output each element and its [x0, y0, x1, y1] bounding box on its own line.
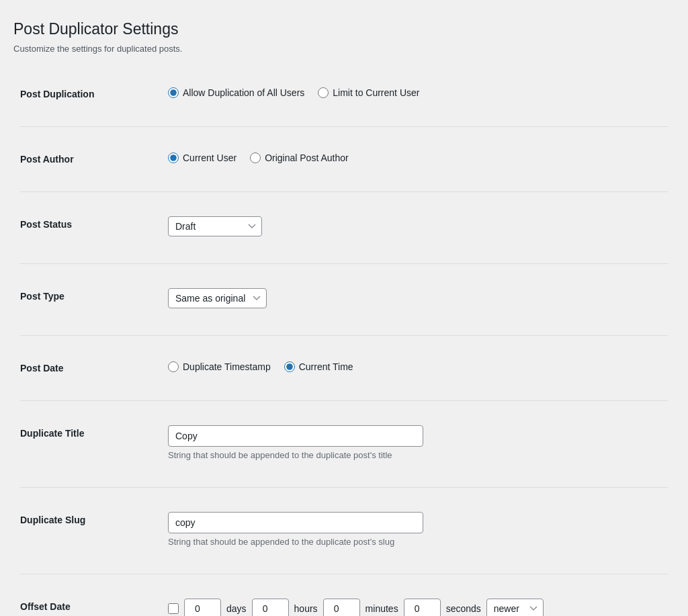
- radio-group-post-author: Current User Original Post Author: [168, 152, 668, 163]
- offset-minutes-label: minutes: [366, 603, 398, 614]
- radio-duplicate-timestamp[interactable]: [168, 361, 179, 372]
- label-post-date: Post Date: [13, 348, 161, 386]
- label-duplicate-title: Duplicate Title: [13, 413, 161, 472]
- duplicate-title-hint: String that should be appended to the du…: [168, 450, 668, 460]
- radio-current-author-label: Current User: [183, 152, 236, 163]
- radio-label-original-author[interactable]: Original Post Author: [250, 152, 349, 163]
- duplicate-slug-input[interactable]: [168, 512, 423, 533]
- offset-days-input[interactable]: [184, 599, 221, 616]
- offset-hours-label: hours: [294, 603, 318, 614]
- radio-all-users[interactable]: [168, 87, 179, 98]
- radio-group-post-date: Duplicate Timestamp Current Time: [168, 361, 668, 372]
- label-post-author: Post Author: [13, 139, 161, 177]
- radio-group-post-duplication: Allow Duplication of All Users Limit to …: [168, 87, 668, 98]
- offset-date-checkbox[interactable]: [168, 603, 179, 614]
- radio-current-time[interactable]: [284, 361, 295, 372]
- row-duplicate-slug: Duplicate Slug String that should be app…: [13, 500, 675, 559]
- label-post-type: Post Type: [13, 276, 161, 320]
- row-offset-date: Offset Date days hours minutes seconds n…: [13, 586, 675, 616]
- row-post-date: Post Date Duplicate Timestamp Current Ti…: [13, 348, 675, 386]
- offset-seconds-input[interactable]: [404, 599, 441, 616]
- radio-original-author[interactable]: [250, 152, 261, 163]
- radio-label-all-users[interactable]: Allow Duplication of All Users: [168, 87, 304, 98]
- page-title: Post Duplicator Settings: [13, 20, 675, 38]
- radio-label-current-time[interactable]: Current Time: [284, 361, 353, 372]
- offset-seconds-label: seconds: [446, 603, 481, 614]
- field-post-date: Duplicate Timestamp Current Time: [161, 348, 675, 386]
- row-post-type: Post Type Same as original Post Page: [13, 276, 675, 320]
- row-post-status: Post Status Draft Published Pending Priv…: [13, 204, 675, 249]
- radio-original-author-label: Original Post Author: [265, 152, 349, 163]
- radio-duplicate-timestamp-label: Duplicate Timestamp: [183, 361, 271, 372]
- radio-all-users-label: Allow Duplication of All Users: [183, 87, 304, 98]
- post-type-select[interactable]: Same as original Post Page: [168, 288, 267, 308]
- radio-current-time-label: Current Time: [299, 361, 353, 372]
- offset-days-label: days: [226, 603, 247, 614]
- row-duplicate-title: Duplicate Title String that should be ap…: [13, 413, 675, 472]
- radio-label-current-user-author[interactable]: Current User: [168, 152, 236, 163]
- duplicate-slug-hint: String that should be appended to the du…: [168, 537, 668, 547]
- field-offset-date: days hours minutes seconds newer older: [161, 586, 675, 616]
- field-post-type: Same as original Post Page: [161, 276, 675, 320]
- settings-table: Post Duplication Allow Duplication of Al…: [13, 74, 675, 616]
- radio-label-current-user[interactable]: Limit to Current User: [318, 87, 419, 98]
- offset-direction-select[interactable]: newer older: [486, 599, 544, 616]
- label-offset-date: Offset Date: [13, 586, 161, 616]
- duplicate-title-input[interactable]: [168, 425, 423, 447]
- offset-hours-input[interactable]: [252, 599, 289, 616]
- label-post-duplication: Post Duplication: [13, 74, 161, 112]
- post-status-select[interactable]: Draft Published Pending Private: [168, 216, 262, 236]
- radio-label-duplicate-timestamp[interactable]: Duplicate Timestamp: [168, 361, 271, 372]
- offset-minutes-input[interactable]: [323, 599, 360, 616]
- radio-current-user[interactable]: [318, 87, 329, 98]
- field-duplicate-slug: String that should be appended to the du…: [161, 500, 675, 559]
- radio-current-user-author[interactable]: [168, 152, 179, 163]
- field-post-status: Draft Published Pending Private: [161, 204, 675, 249]
- radio-current-user-label: Limit to Current User: [333, 87, 419, 98]
- field-post-author: Current User Original Post Author: [161, 139, 675, 177]
- page-subtitle: Customize the settings for duplicated po…: [13, 44, 675, 54]
- label-post-status: Post Status: [13, 204, 161, 249]
- row-post-author: Post Author Current User Original Post A…: [13, 139, 675, 177]
- offset-date-row: days hours minutes seconds newer older: [168, 599, 668, 616]
- field-duplicate-title: String that should be appended to the du…: [161, 413, 675, 472]
- field-post-duplication: Allow Duplication of All Users Limit to …: [161, 74, 675, 112]
- label-duplicate-slug: Duplicate Slug: [13, 500, 161, 559]
- row-post-duplication: Post Duplication Allow Duplication of Al…: [13, 74, 675, 112]
